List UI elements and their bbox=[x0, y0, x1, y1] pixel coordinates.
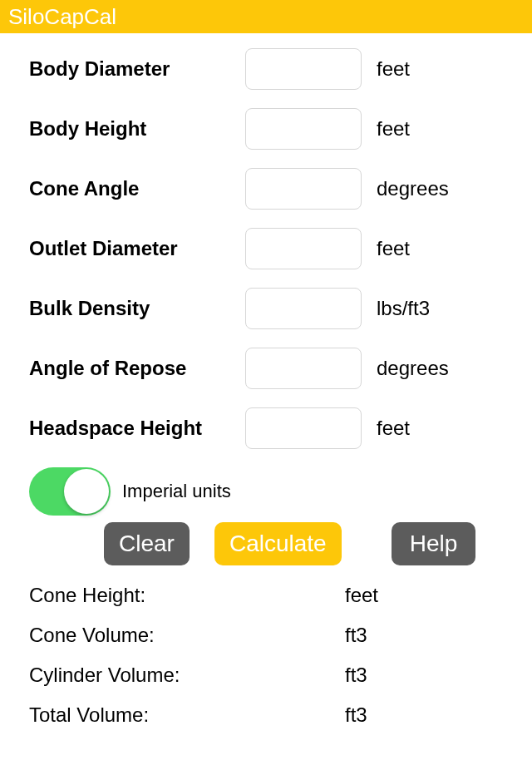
calculate-button[interactable]: Calculate bbox=[214, 522, 342, 565]
input-row-body-height: Body Height feet bbox=[29, 108, 503, 150]
toggle-knob bbox=[64, 469, 109, 514]
input-row-body-diameter: Body Diameter feet bbox=[29, 48, 503, 90]
input-row-angle-of-repose: Angle of Repose degrees bbox=[29, 348, 503, 389]
app-header: SiloCapCal bbox=[0, 0, 532, 33]
total-volume-label: Total Volume: bbox=[29, 703, 345, 727]
output-row-cone-volume: Cone Volume: ft3 bbox=[29, 624, 503, 647]
help-button[interactable]: Help bbox=[392, 522, 476, 565]
body-diameter-label: Body Diameter bbox=[29, 57, 245, 81]
units-toggle-label: Imperial units bbox=[122, 481, 231, 502]
headspace-height-label: Headspace Height bbox=[29, 417, 245, 440]
cone-height-label: Cone Height: bbox=[29, 584, 345, 607]
outlet-diameter-unit: feet bbox=[377, 237, 410, 260]
button-row: Clear Calculate Help bbox=[29, 522, 503, 565]
body-height-input[interactable] bbox=[245, 108, 362, 150]
total-volume-unit: ft3 bbox=[345, 703, 367, 727]
outlet-diameter-input[interactable] bbox=[245, 228, 362, 269]
bulk-density-label: Bulk Density bbox=[29, 297, 245, 320]
cone-volume-label: Cone Volume: bbox=[29, 624, 345, 647]
cone-angle-label: Cone Angle bbox=[29, 177, 245, 200]
bulk-density-unit: lbs/ft3 bbox=[377, 297, 430, 320]
main-content: Body Diameter feet Body Height feet Cone… bbox=[0, 33, 532, 727]
body-diameter-unit: feet bbox=[377, 57, 410, 81]
output-row-cone-height: Cone Height: feet bbox=[29, 584, 503, 607]
cone-angle-unit: degrees bbox=[377, 177, 449, 200]
headspace-height-input[interactable] bbox=[245, 407, 362, 449]
body-height-unit: feet bbox=[377, 117, 410, 141]
output-row-total-volume: Total Volume: ft3 bbox=[29, 703, 503, 727]
units-toggle-row: Imperial units bbox=[29, 467, 503, 516]
body-height-label: Body Height bbox=[29, 117, 245, 141]
angle-of-repose-unit: degrees bbox=[377, 357, 449, 380]
cylinder-volume-unit: ft3 bbox=[345, 664, 367, 687]
input-row-bulk-density: Bulk Density lbs/ft3 bbox=[29, 288, 503, 329]
bulk-density-input[interactable] bbox=[245, 288, 362, 329]
cylinder-volume-label: Cylinder Volume: bbox=[29, 664, 345, 687]
cone-height-unit: feet bbox=[345, 584, 378, 607]
cone-angle-input[interactable] bbox=[245, 168, 362, 210]
outlet-diameter-label: Outlet Diameter bbox=[29, 237, 245, 260]
units-toggle[interactable] bbox=[29, 467, 111, 516]
angle-of-repose-label: Angle of Repose bbox=[29, 357, 245, 380]
body-diameter-input[interactable] bbox=[245, 48, 362, 90]
input-row-outlet-diameter: Outlet Diameter feet bbox=[29, 228, 503, 269]
angle-of-repose-input[interactable] bbox=[245, 348, 362, 389]
app-title: SiloCapCal bbox=[8, 4, 116, 30]
output-row-cylinder-volume: Cylinder Volume: ft3 bbox=[29, 664, 503, 687]
cone-volume-unit: ft3 bbox=[345, 624, 367, 647]
input-row-cone-angle: Cone Angle degrees bbox=[29, 168, 503, 210]
headspace-height-unit: feet bbox=[377, 417, 410, 440]
clear-button[interactable]: Clear bbox=[104, 522, 190, 565]
input-row-headspace-height: Headspace Height feet bbox=[29, 407, 503, 449]
